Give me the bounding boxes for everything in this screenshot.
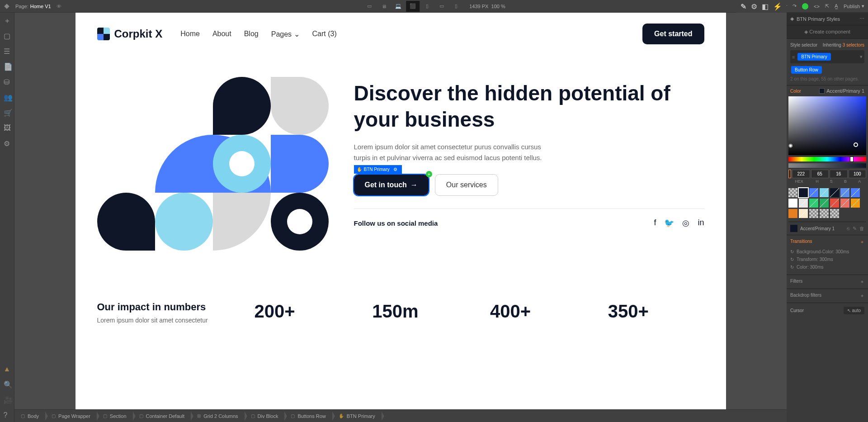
device-laptop-icon[interactable]: 💻	[392, 1, 405, 12]
settings-icon[interactable]: ⚙	[751, 2, 757, 11]
backdrop-section[interactable]: Backdrop filters＋	[787, 289, 868, 303]
filters-section[interactable]: Filters＋	[787, 275, 868, 289]
s-input[interactable]	[811, 170, 829, 178]
instagram-icon[interactable]: ◎	[682, 218, 689, 228]
code-icon[interactable]: <>	[814, 4, 820, 9]
selector-input[interactable]: ≡ BTN Primary ▾	[790, 50, 864, 63]
swatch[interactable]	[799, 209, 808, 218]
trash-icon[interactable]: 🗑	[859, 226, 864, 231]
stat-4[interactable]: 350+	[608, 301, 704, 322]
search-icon[interactable]: 🔍	[4, 380, 11, 388]
swatch[interactable]	[799, 188, 808, 197]
bc-grid[interactable]: ⊞Grid 2 Columns	[191, 410, 244, 422]
redo-icon[interactable]: ↷	[793, 3, 797, 9]
pages-icon[interactable]: 📄	[4, 62, 11, 70]
page-name[interactable]: Home V1	[30, 4, 51, 9]
link-icon[interactable]: ⎋	[847, 226, 850, 231]
page-body[interactable]: Corpkit X Home About Blog Pages ⌄ Cart (…	[75, 13, 726, 409]
assets-icon[interactable]: 🖼	[4, 124, 11, 131]
bc-body[interactable]: ▢Body	[14, 410, 45, 422]
facebook-icon[interactable]: f	[654, 218, 656, 228]
swatch[interactable]	[820, 199, 829, 208]
swatch[interactable]	[809, 188, 818, 197]
swatch[interactable]	[820, 209, 829, 218]
warning-icon[interactable]: ▲	[4, 365, 11, 372]
bc-btnprimary[interactable]: ✋BTN Primary	[332, 410, 382, 422]
transition-item[interactable]: ↻Color: 300ms	[790, 263, 864, 271]
bc-section[interactable]: ▢Section	[97, 410, 133, 422]
hex-input[interactable]	[788, 170, 791, 178]
edit-icon[interactable]: ✎	[853, 226, 857, 232]
device-desktop-icon[interactable]: 🖥	[377, 1, 391, 12]
interactions-icon[interactable]: ⚡	[773, 2, 782, 11]
export-icon[interactable]: ⇱	[825, 3, 829, 9]
transition-item[interactable]: ↻Transform: 300ms	[790, 256, 864, 263]
selection-badge[interactable]: ✋BTN Primary⚙	[354, 165, 402, 174]
device-mobile-l-icon[interactable]: ▭	[435, 1, 448, 12]
video-icon[interactable]: 🎥	[4, 396, 11, 403]
users-icon[interactable]: 👥	[4, 93, 11, 100]
bc-wrapper[interactable]: ▢Page Wrapper	[45, 410, 97, 422]
add-icon[interactable]: ＋	[860, 239, 864, 245]
our-services-button[interactable]: Our services	[435, 174, 498, 196]
hero-title[interactable]: Discover the hidden potential of your bu…	[354, 81, 704, 133]
add-icon[interactable]: ＋	[4, 16, 11, 24]
app-settings-icon[interactable]: ⚙	[4, 139, 11, 147]
create-component-button[interactable]: ◈ Create component	[787, 25, 868, 39]
nav-home[interactable]: Home	[180, 30, 200, 38]
nav-cart[interactable]: Cart (3)	[312, 30, 337, 38]
stat-1[interactable]: 200+	[255, 301, 351, 322]
brush-icon[interactable]: ✎	[741, 2, 746, 11]
nav-blog[interactable]: Blog	[244, 30, 259, 38]
stat-3[interactable]: 400+	[490, 301, 586, 322]
inherit-link[interactable]: 3 selectors	[843, 43, 864, 47]
chevron-down-icon[interactable]: ▾	[860, 54, 863, 60]
device-mobile-icon[interactable]: ▯	[449, 1, 463, 12]
transition-item[interactable]: ↻Background-Color: 300ms	[790, 248, 864, 256]
hero-body[interactable]: Lorem ipsum dolor sit amet consectetur p…	[354, 142, 544, 163]
swatch[interactable]	[830, 199, 839, 208]
canvas[interactable]: Corpkit X Home About Blog Pages ⌄ Cart (…	[14, 13, 787, 409]
a-input[interactable]	[849, 170, 867, 178]
swatch[interactable]	[830, 209, 839, 218]
status-dot-icon[interactable]	[802, 3, 808, 9]
swatch[interactable]	[809, 209, 818, 218]
logo[interactable]: Corpkit X	[97, 28, 163, 40]
preview-icon[interactable]: 👁	[57, 4, 61, 9]
zoom-level[interactable]: 100	[491, 4, 500, 9]
twitter-icon[interactable]: 🐦	[664, 218, 674, 228]
hue-slider[interactable]	[788, 157, 866, 161]
swatch[interactable]	[809, 199, 818, 208]
add-class-icon[interactable]: +	[426, 171, 432, 177]
current-color-swatch[interactable]	[819, 88, 825, 94]
device-xl-icon[interactable]: ▭	[363, 1, 376, 12]
swatch[interactable]	[790, 225, 797, 232]
h-input[interactable]	[792, 170, 810, 178]
class-tag-row[interactable]: Button Row	[791, 66, 822, 74]
canvas-width[interactable]: 1439	[469, 4, 480, 9]
publish-button[interactable]: Publish ▾	[844, 3, 864, 9]
impact-body[interactable]: Lorem ipsum dolor sit amet consectetur	[97, 317, 233, 324]
stat-2[interactable]: 150m	[372, 301, 468, 322]
impact-title[interactable]: Our impact in numbers	[97, 301, 233, 313]
ecommerce-icon[interactable]: 🛒	[4, 109, 11, 116]
swatch[interactable]	[820, 188, 829, 197]
style-manager-icon[interactable]: ◧	[762, 2, 769, 11]
nav-pages[interactable]: Pages ⌄	[271, 30, 300, 38]
device-base-icon[interactable]: ⬛	[406, 1, 420, 12]
get-in-touch-button[interactable]: Get in touch→	[354, 175, 429, 195]
cursor-select[interactable]: ↖ auto	[844, 307, 864, 314]
saturation-box[interactable]	[788, 96, 866, 155]
linkedin-icon[interactable]: in	[698, 218, 704, 228]
eyedropper-icon[interactable]: ◉	[788, 142, 793, 148]
alpha-slider[interactable]	[788, 163, 866, 168]
swatch[interactable]	[788, 199, 797, 208]
class-tag-primary[interactable]: BTN Primary	[797, 53, 830, 61]
bc-btnrow[interactable]: ▢Buttons Row	[284, 410, 332, 422]
swatch[interactable]	[788, 188, 797, 197]
help-icon[interactable]: ?	[4, 411, 11, 418]
swatch[interactable]	[851, 188, 860, 197]
bc-div[interactable]: ▢Div Block	[245, 410, 285, 422]
swatch[interactable]	[851, 199, 860, 208]
cms-icon[interactable]: ⛁	[4, 78, 11, 85]
